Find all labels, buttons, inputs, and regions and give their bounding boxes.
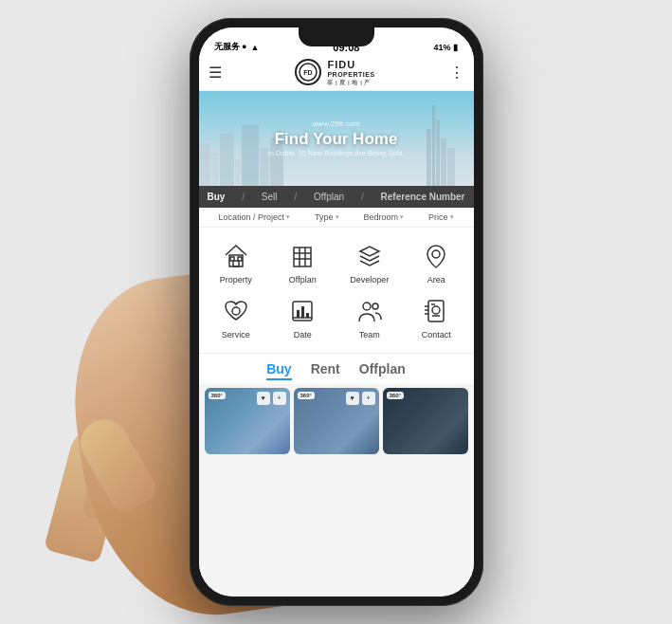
battery-text: 41% xyxy=(433,43,450,52)
filter-type[interactable]: Type ▾ xyxy=(315,212,339,222)
icon-item-date[interactable]: Date xyxy=(269,290,336,345)
property-card-3[interactable]: 360° xyxy=(383,388,468,454)
card-2-360-label: 360° xyxy=(300,393,312,398)
heart-icon xyxy=(221,296,251,326)
card-2-actions: ♥ + xyxy=(346,392,375,405)
svg-rect-4 xyxy=(230,257,234,261)
phone-screen: 无服务 ● ▲ 09:08 41% ▮ ☰ FD xyxy=(199,28,474,596)
logo-area: FD FIDU PROPERTIES 菲 | 度 | 地 | 产 xyxy=(295,59,374,86)
card-3-badge: 360° xyxy=(387,392,404,399)
contact-label: Contact xyxy=(422,330,451,340)
logo-chinese: 菲 | 度 | 地 | 产 xyxy=(327,80,374,86)
icons-grid: Property Offplan xyxy=(199,228,474,353)
buildings-right xyxy=(427,105,455,186)
property-card-1[interactable]: 360° ♥ + xyxy=(205,388,290,454)
phone-notch xyxy=(299,28,374,46)
card-1-plus-btn[interactable]: + xyxy=(273,392,286,405)
divider-3: / xyxy=(361,192,364,202)
filter-price[interactable]: Price ▾ xyxy=(428,212,454,222)
property-tabs: Buy Rent Offplan xyxy=(199,353,474,384)
card-2-plus-btn[interactable]: + xyxy=(362,392,375,405)
svg-rect-15 xyxy=(297,310,300,318)
filter-location[interactable]: Location / Project ▾ xyxy=(218,212,290,222)
layers-icon xyxy=(354,241,385,271)
tab-reference[interactable]: Reference Number xyxy=(381,192,465,202)
tab-sell[interactable]: Sell xyxy=(262,192,278,202)
service-label: Service xyxy=(222,330,250,340)
phone-frame: 无服务 ● ▲ 09:08 41% ▮ ☰ FD xyxy=(190,18,483,606)
divider-2: / xyxy=(294,192,297,202)
filter-bedroom[interactable]: Bedroom ▾ xyxy=(363,212,404,222)
app-header: ☰ FD FIDU PROPERTIES 菲 | 度 | 地 | 产 ⋮ xyxy=(199,55,474,91)
card-2-badge: 360° xyxy=(298,392,315,399)
icon-item-property[interactable]: Property xyxy=(203,235,270,290)
logo-properties: PROPERTIES xyxy=(327,71,374,79)
wifi-icon: ▲ xyxy=(250,43,259,52)
type-arrow-icon: ▾ xyxy=(336,213,339,221)
svg-point-18 xyxy=(363,303,371,310)
svg-rect-6 xyxy=(294,248,311,266)
bedroom-arrow-icon: ▾ xyxy=(400,213,404,221)
svg-rect-5 xyxy=(238,257,242,261)
card-1-360-label: 360° xyxy=(211,393,223,398)
menu-icon[interactable]: ☰ xyxy=(209,64,222,82)
tab-buy[interactable]: Buy xyxy=(207,192,225,202)
svg-rect-16 xyxy=(301,306,304,318)
pin-icon xyxy=(421,241,451,271)
card-2-heart-btn[interactable]: ♥ xyxy=(346,392,359,405)
hero-url: www.299.com xyxy=(268,119,405,128)
card-1-badge: 360° xyxy=(209,392,226,399)
svg-point-21 xyxy=(432,306,440,314)
card-1-actions: ♥ + xyxy=(257,392,286,405)
svg-rect-17 xyxy=(306,313,309,318)
location-arrow-icon: ▾ xyxy=(286,213,290,221)
logo-icon: FD xyxy=(295,59,321,85)
tab-offplan[interactable]: Offplan xyxy=(314,192,344,202)
hero-subtitle: In Dubai, 15 New Buildings Are Being Sol… xyxy=(268,149,405,157)
filter-bedroom-label: Bedroom xyxy=(363,212,398,222)
filter-location-label: Location / Project xyxy=(218,212,284,222)
property-label: Property xyxy=(220,275,252,284)
icon-item-developer[interactable]: Developer xyxy=(336,235,404,290)
icon-item-service[interactable]: Service xyxy=(203,290,270,345)
prop-tab-buy[interactable]: Buy xyxy=(266,361,291,380)
divider-1: / xyxy=(242,192,245,202)
phone-book-icon xyxy=(421,296,451,326)
search-tabs: Buy / Sell / Offplan / Reference Number xyxy=(199,186,474,208)
svg-point-12 xyxy=(232,307,240,315)
people-icon xyxy=(354,296,385,326)
filter-type-label: Type xyxy=(315,212,334,222)
filter-bar: Location / Project ▾ Type ▾ Bedroom ▾ Pr… xyxy=(199,208,474,228)
hero-title: Find Your Home xyxy=(268,130,405,149)
icon-item-offplan[interactable]: Offplan xyxy=(269,235,336,290)
more-icon[interactable]: ⋮ xyxy=(449,64,464,82)
card-1-heart-btn[interactable]: ♥ xyxy=(257,392,270,405)
icon-item-team[interactable]: Team xyxy=(336,290,404,345)
logo-fidu: FIDU xyxy=(327,59,374,71)
offplan-label: Offplan xyxy=(289,275,317,284)
building-icon xyxy=(287,241,318,271)
svg-point-11 xyxy=(432,250,440,258)
filter-price-label: Price xyxy=(428,212,448,222)
prop-tab-offplan[interactable]: Offplan xyxy=(359,361,406,380)
area-label: Area xyxy=(427,275,445,284)
prop-tab-rent[interactable]: Rent xyxy=(311,361,340,380)
icon-item-area[interactable]: Area xyxy=(403,235,470,290)
signal-text: 无服务 ● xyxy=(214,41,247,53)
card-3-360-label: 360° xyxy=(390,393,401,398)
team-label: Team xyxy=(359,330,380,340)
logo-text: FIDU PROPERTIES 菲 | 度 | 地 | 产 xyxy=(327,59,374,86)
svg-rect-3 xyxy=(233,261,239,266)
icon-item-contact[interactable]: Contact xyxy=(403,290,470,345)
svg-point-19 xyxy=(372,303,378,309)
hero-banner: www.299.com Find Your Home In Dubai, 15 … xyxy=(199,91,474,186)
svg-rect-20 xyxy=(428,301,444,321)
status-left: 无服务 ● ▲ xyxy=(214,41,260,53)
date-label: Date xyxy=(294,330,312,340)
developer-label: Developer xyxy=(350,275,389,284)
chart-icon xyxy=(287,296,318,326)
svg-text:FD: FD xyxy=(304,69,313,76)
fidu-logo-svg: FD xyxy=(299,63,318,82)
status-right: 41% ▮ xyxy=(433,43,458,52)
property-card-2[interactable]: 360° ♥ + xyxy=(294,388,379,454)
